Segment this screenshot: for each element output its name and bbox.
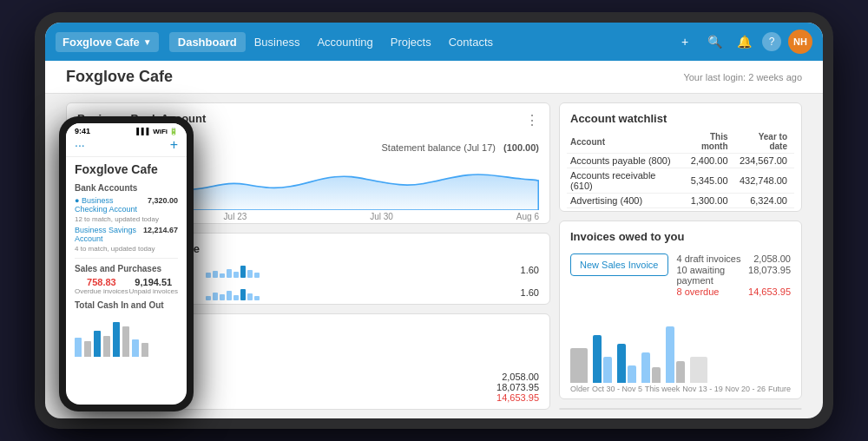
chevron-down-icon: ▼ xyxy=(143,37,152,47)
phone-org-title: Foxglove Cafe xyxy=(75,162,178,176)
battery-icon: 🔋 xyxy=(169,128,178,135)
ibar-label-nov20: Nov 20 - 26 xyxy=(726,385,766,393)
sub-header: Foxglove Cafe Your last login: 2 weeks a… xyxy=(45,61,823,94)
user-avatar[interactable]: NH xyxy=(788,30,812,54)
watchlist-payable-ytd: 234,567.00 xyxy=(735,154,794,168)
phone-checking-name[interactable]: ● Business Checking Account xyxy=(75,196,148,214)
invoices-body: New Sales Invoice 4 draft invoices 2,058… xyxy=(560,248,801,305)
bills-overdue-amount: 14,653.95 xyxy=(496,392,539,403)
chart-date-3: Jul 30 xyxy=(370,212,393,221)
page-title: Foxglove Cafe xyxy=(66,68,173,86)
prb1 xyxy=(206,296,211,300)
invoices-title: Invoices owed to you xyxy=(570,230,684,243)
phone-status-icons: ▌▌▌ WiFi 🔋 xyxy=(136,128,178,135)
phone-account-checking: ● Business Checking Account 7,320.00 12 … xyxy=(75,196,178,223)
nav-accounting[interactable]: Accounting xyxy=(308,32,381,52)
phone-add-icon[interactable]: + xyxy=(170,137,178,153)
prb4 xyxy=(227,291,232,300)
phone-content: Foxglove Cafe Bank Accounts ● Business C… xyxy=(66,157,187,405)
right-column: Account watchlist Account This month Yea… xyxy=(559,102,802,410)
prb8 xyxy=(254,296,260,300)
help-icon-btn[interactable]: ? xyxy=(762,32,781,51)
phone-account-row-savings: Business Savings Account 12,214.67 xyxy=(75,226,178,243)
bell-icon-btn[interactable]: 🔔 xyxy=(733,30,755,53)
pb8 xyxy=(254,273,260,278)
prb2 xyxy=(213,293,218,300)
bills-draft-amount: 2,058.00 xyxy=(502,372,539,382)
watchlist-row-payable: Accounts payable (800) 2,400.00 234,567.… xyxy=(567,154,794,168)
ibar-oct30-1 xyxy=(593,335,602,383)
phone-checking-sub: 12 to match, updated today xyxy=(75,215,178,223)
chart-date-2: Jul 23 xyxy=(224,212,247,221)
prb6 xyxy=(240,289,246,300)
wifi-icon: WiFi xyxy=(153,128,168,135)
watchlist-row-advertising: Advertising (400) 1,300.00 6,324.00 xyxy=(567,194,794,208)
pb7 xyxy=(247,270,253,278)
phone-sales-unpaid: 9,194.51 Unpaid invoices xyxy=(129,277,178,295)
ibar-nov13-2 xyxy=(652,367,661,383)
phone-unpaid-amount: 9,194.51 xyxy=(129,277,178,287)
phone-account-savings: Business Savings Account 12,214.67 4 to … xyxy=(75,226,178,253)
pb5 xyxy=(233,272,239,278)
invoices-header: Invoices owed to you xyxy=(560,221,801,248)
phone-savings-name[interactable]: Business Savings Account xyxy=(75,226,143,243)
nav-dashboard[interactable]: Dashboard xyxy=(169,32,246,52)
watchlist-header-row: Account This month Year to date xyxy=(567,130,794,154)
org-selector[interactable]: Foxglove Cafe ▼ xyxy=(56,32,159,52)
ibar-nov13-1 xyxy=(641,352,650,383)
watchlist-col-ytd: Year to date xyxy=(735,130,794,154)
watchlist-receivable-name: Accounts receivable (610) xyxy=(567,168,679,194)
phone-bar-7 xyxy=(132,339,139,357)
statement-balance: Statement balance (Jul 17) (100.00) xyxy=(381,142,539,153)
phone-bar-4 xyxy=(103,336,110,357)
phone-savings-sub: 4 to match, updated today xyxy=(75,245,178,253)
watchlist-advertising-ytd: 6,324.00 xyxy=(735,194,794,208)
ibar-label-nov13: Nov 13 - 19 xyxy=(682,385,723,393)
invoices-awaiting-amount: 18,073.95 xyxy=(748,265,791,286)
ibar-label-thisweek: This week xyxy=(645,385,681,393)
org-name: Foxglove Cafe xyxy=(62,36,140,49)
pb6 xyxy=(240,266,246,278)
statement-balance-label: Statement balance (Jul 17) xyxy=(381,142,495,153)
perf-payable-value: 1.60 xyxy=(513,265,539,275)
perf-receivable-value: 1.60 xyxy=(513,287,539,298)
watchlist-col-month: This month xyxy=(679,130,734,154)
cashflow-header: Total cashflow xyxy=(560,409,801,410)
search-icon-btn[interactable]: 🔍 xyxy=(703,30,726,53)
phone-screen: 9:41 ▌▌▌ WiFi 🔋 ··· + Foxglove Cafe Bank… xyxy=(66,123,187,405)
ibar-nov13 xyxy=(641,352,661,383)
phone-savings-amount: 12,214.67 xyxy=(143,226,178,243)
nav-contacts[interactable]: Contacts xyxy=(440,32,502,52)
ibar-label-older: Older xyxy=(570,385,589,393)
watchlist-title: Account watchlist xyxy=(570,112,667,125)
nav-links: Dashboard Business Accounting Projects C… xyxy=(169,32,670,52)
ibar-older-1 xyxy=(570,348,588,383)
phone-menu-icon[interactable]: ··· xyxy=(75,138,85,152)
bank-card-menu-icon[interactable]: ⋮ xyxy=(525,112,539,128)
ibar-nov20-1 xyxy=(666,326,674,383)
top-nav: Foxglove Cafe ▼ Dashboard Business Accou… xyxy=(45,23,823,61)
phone-bar-6 xyxy=(122,326,129,357)
phone-divider-1 xyxy=(75,258,178,259)
ibar-thisweek-1 xyxy=(617,344,626,383)
invoices-overdue-label: 8 overdue xyxy=(677,286,720,297)
nav-right: + 🔍 🔔 ? NH xyxy=(674,30,812,54)
invoice-bar-labels: Older Oct 30 - Nov 5 This week Nov 13 - … xyxy=(560,383,801,398)
watchlist-receivable-month: 5,345.00 xyxy=(679,168,734,194)
phone-unpaid-label: Unpaid invoices xyxy=(129,287,178,295)
new-sales-invoice-button[interactable]: New Sales Invoice xyxy=(570,253,668,276)
pb4 xyxy=(227,269,232,278)
invoices-stats: 4 draft invoices 2,058.00 10 awaiting pa… xyxy=(677,253,792,298)
cashflow-card: Total cashflow xyxy=(559,408,802,410)
phone-mini-bars xyxy=(75,313,178,357)
add-icon-btn[interactable]: + xyxy=(674,30,696,53)
ibar-label-future: Future xyxy=(768,385,791,393)
phone-account-row-checking: ● Business Checking Account 7,320.00 xyxy=(75,196,178,214)
nav-business[interactable]: Business xyxy=(246,32,309,52)
invoices-awaiting-label: 10 awaiting payment xyxy=(677,265,749,286)
phone-status-bar: 9:41 ▌▌▌ WiFi 🔋 xyxy=(66,123,187,135)
nav-projects[interactable]: Projects xyxy=(382,32,440,52)
phone-time: 9:41 xyxy=(75,127,90,135)
phone-sales-section-label: Sales and Purchases xyxy=(75,264,178,273)
watchlist-card: Account watchlist Account This month Yea… xyxy=(559,102,802,212)
